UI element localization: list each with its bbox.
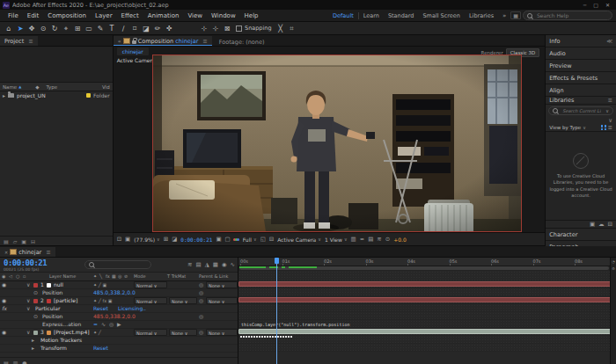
work-area-row[interactable] (238, 266, 610, 271)
parent-select[interactable]: None ∨ (206, 281, 238, 288)
pick-whip-icon[interactable]: ◎ (199, 313, 203, 320)
track-row[interactable] (238, 336, 610, 344)
keyframe-dot[interactable] (261, 336, 263, 338)
grid-guides-icon[interactable]: ⊞ (164, 236, 168, 243)
timeline-search-box[interactable] (84, 260, 151, 269)
view-by-type-row[interactable]: View by Type ∨ ≡ (546, 124, 616, 132)
selection-tool[interactable]: ➤ (15, 23, 26, 34)
expression-row-label[interactable]: Express...ation (42, 321, 81, 328)
mode-select[interactable]: Normal ∨ (134, 281, 167, 288)
parent-select[interactable]: None ∨ (206, 329, 238, 336)
project-item-row[interactable]: ▸ project_UN Folder (0, 91, 113, 99)
layer-name-column-label[interactable]: Layer Name (49, 273, 76, 279)
twirl-icon[interactable]: ▸ (3, 92, 5, 98)
pick-whip-icon[interactable]: ◎ (199, 289, 203, 296)
switches-column-icon[interactable]: ✦ (93, 273, 97, 279)
fast-previews-icon[interactable]: ≈ (360, 236, 364, 243)
timeline-row-position[interactable]: ⊙Position485.0,338.2,0.0◎ (0, 313, 238, 321)
twirl-icon[interactable]: ▸ (32, 337, 34, 344)
keyframe-dot[interactable] (285, 336, 287, 338)
layer-switches[interactable]: ✦ ╱ ▣ (93, 281, 106, 288)
orbit-camera-tool[interactable]: ↻ (49, 23, 60, 34)
keyframe-dot[interactable] (269, 336, 271, 338)
panel-preview-header[interactable]: Preview (546, 60, 616, 72)
expression-button[interactable]: ∿ (101, 321, 106, 328)
always-preview-icon[interactable]: ⊡ (117, 236, 121, 243)
expression-button[interactable]: ◎ (109, 321, 114, 328)
timeline-track-area[interactable]: 00s01s02s03s04s05s06s07s08s thisComp.lay… (238, 258, 610, 364)
flowchart-button-icon[interactable]: ≋ (377, 236, 381, 243)
timeline-column-header[interactable]: ◉◁○▫Layer Name✦╲fx▦◎⊘ModeT TrkMatParent … (0, 273, 238, 281)
stopwatch-icon[interactable]: ⊙ (33, 289, 38, 296)
current-time-display[interactable]: 0:00:00:21 (4, 258, 47, 267)
property-name[interactable]: Position (42, 313, 62, 320)
new-folder-icon[interactable]: ▱ (13, 238, 18, 244)
parent-link-column-label[interactable]: Parent & Link (199, 273, 228, 279)
composition-video-frame[interactable] (152, 55, 522, 232)
group-name[interactable]: Motion Trackers (40, 337, 82, 344)
layer-name[interactable]: [particle] (54, 297, 77, 304)
menu-file[interactable]: File (4, 12, 23, 19)
panel-info-header[interactable]: Info≪ (546, 35, 616, 47)
audio-column-icon[interactable]: ◁ (9, 273, 12, 279)
draft-3d-icon[interactable]: ▤ (196, 261, 202, 268)
keyframe-dot[interactable] (253, 336, 255, 338)
panel-audio-header[interactable]: Audio (546, 47, 616, 60)
panel-effects-presets-header[interactable]: Effects & Presets (546, 72, 616, 84)
twirl-icon[interactable]: ∨ (26, 329, 30, 336)
hide-shy-icon[interactable]: ◮ (205, 261, 209, 268)
property-name[interactable]: Position (42, 289, 62, 296)
puppet-pin-tool[interactable]: ✜ (164, 23, 174, 34)
library-search-box[interactable]: ∨ (548, 106, 613, 115)
trkmat-column-label[interactable]: T TrkMat (167, 273, 186, 279)
comp-marker-bin-icon[interactable]: ◔ (612, 259, 615, 264)
snap-edges-icon[interactable]: ╳ (275, 23, 286, 34)
timeline-search-input[interactable] (97, 261, 147, 269)
track-row[interactable]: thisComp.layer("null").transform.positio… (238, 320, 610, 328)
effect-link-reset[interactable]: Reset (93, 305, 108, 312)
keyframe-dot[interactable] (272, 336, 274, 338)
delete-icon[interactable]: ⊟ (608, 221, 612, 228)
timeline-row-position[interactable]: ⊙Position485.0,338.2,0.0◎ (0, 289, 238, 297)
tab-timeline-comp[interactable]: ✕ chinejar ≡ (0, 247, 55, 257)
workspace-tab-small-screen[interactable]: Small Screen (418, 12, 464, 19)
maximize-button[interactable]: ▢ (590, 2, 602, 8)
panel-menu-icon[interactable]: ≡ (46, 249, 50, 256)
motion-blur-master-icon[interactable]: ● (22, 360, 26, 364)
keyframe-dot[interactable] (282, 336, 284, 338)
layer-name[interactable]: null (54, 281, 63, 288)
workspace-tab-libraries[interactable]: Libraries (465, 12, 498, 19)
help-search-box[interactable] (523, 11, 612, 20)
graph-editor-icon[interactable]: ∿ (231, 261, 235, 268)
type-tool[interactable]: T (106, 23, 117, 34)
comp-navigator-breadcrumb[interactable]: chinejar (117, 47, 149, 55)
collapse-icon[interactable]: ≪ (606, 38, 612, 45)
pan-behind-tool[interactable]: ⊞ (72, 23, 83, 34)
panel-menu-icon[interactable]: ≡ (28, 38, 33, 45)
property-value[interactable]: 485.0,338.2,0.0 (93, 313, 136, 320)
effect-group-name[interactable]: Particular (35, 305, 60, 312)
menu-effect[interactable]: Effect (117, 12, 143, 19)
project-depth-icon[interactable]: ▤ (4, 238, 9, 244)
timeline-button-icon[interactable]: ▤ (368, 236, 373, 243)
snap-features-icon[interactable]: ⌗ (287, 23, 297, 34)
time-ruler[interactable]: 00s01s02s03s04s05s06s07s08s (238, 258, 610, 266)
tab-project[interactable]: Project ≡ (0, 36, 38, 46)
stopwatch-icon[interactable]: ⊙ (33, 313, 38, 320)
library-search-input[interactable] (561, 107, 603, 114)
label-color-chip[interactable] (33, 299, 38, 303)
frame-blend-icon[interactable]: ▦ (213, 261, 218, 268)
home-tool[interactable]: ⌂ (4, 23, 14, 34)
keyframe-dot[interactable] (267, 336, 268, 338)
work-area-bar[interactable] (239, 266, 609, 270)
layer-swatch[interactable] (47, 283, 51, 288)
solo-column-icon[interactable]: ○ (16, 273, 19, 279)
tab-footage[interactable]: Footage: (none) (212, 39, 272, 46)
motion-blur-icon[interactable]: ◉ (222, 261, 227, 268)
eye-column-icon[interactable]: ◉ (2, 273, 5, 279)
panel-character-header[interactable]: Character (546, 229, 616, 241)
exposure-value[interactable]: +0.0 (393, 237, 407, 243)
trkmat-select[interactable]: None ∨ (169, 297, 197, 304)
track-row[interactable] (238, 328, 610, 336)
view-select[interactable]: Active Camera∨ (277, 237, 321, 243)
